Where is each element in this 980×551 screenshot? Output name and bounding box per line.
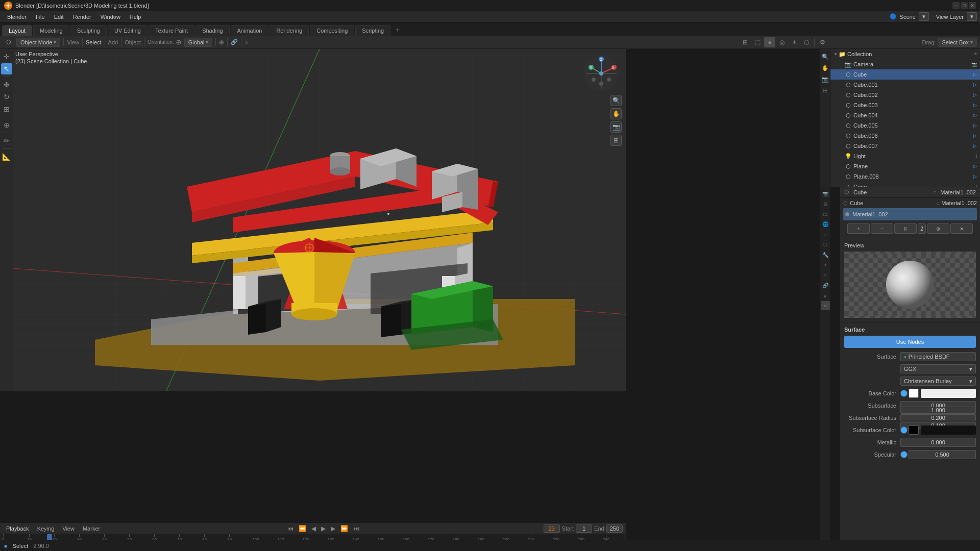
vp-pan[interactable]: ✋ — [821, 63, 830, 72]
tl-prev-key[interactable]: ◀ — [310, 524, 317, 533]
props-particles-icon[interactable]: ✦ — [821, 260, 830, 269]
view-icon-settings[interactable]: ⚙ — [817, 37, 828, 47]
zoom-in-btn[interactable]: 🔍 — [610, 95, 622, 106]
tree-item-cube005[interactable]: ⬡ Cube.005 ▷ — [830, 120, 980, 131]
tl-tab-marker[interactable]: Marker — [80, 524, 103, 533]
tl-play[interactable]: ▶ — [320, 524, 327, 533]
add-workspace-button[interactable]: + — [391, 23, 404, 36]
tree-item-collection[interactable]: ▾ 📁 Collection 👁 — [830, 49, 980, 59]
tl-next-key[interactable]: ▶ — [329, 524, 337, 533]
cursor-tool[interactable]: ✛ — [1, 51, 12, 62]
select-btn[interactable]: Select — [86, 39, 102, 45]
tl-tab-playback[interactable]: Playback — [3, 524, 32, 533]
move-tool[interactable]: ✤ — [1, 79, 12, 90]
props-view-layer-icon[interactable]: 🗂 — [821, 209, 830, 218]
mat-copy-btn[interactable]: ⎘ — [894, 223, 917, 234]
props-material-icon[interactable]: ○ — [821, 301, 830, 310]
tree-item-cube004[interactable]: ⬡ Cube.004 ▷ — [830, 110, 980, 120]
current-frame-display[interactable]: 23 — [544, 524, 560, 533]
tree-item-camera[interactable]: 📷 Camera 📷 — [830, 59, 980, 69]
use-nodes-button[interactable]: Use Nodes — [844, 336, 976, 348]
view-shading-solid[interactable]: ● — [764, 37, 775, 47]
vis-btn-collection[interactable]: 👁 — [973, 52, 978, 57]
annotate-tool[interactable]: ✏ — [1, 135, 12, 146]
tab-texture-paint[interactable]: Texture Paint — [149, 25, 194, 36]
navigation-gizmo[interactable]: X Y Z — [581, 53, 622, 94]
minimize-button[interactable]: ─ — [952, 2, 960, 9]
tab-shading[interactable]: Shading — [195, 25, 229, 36]
tl-tab-view[interactable]: View — [59, 524, 78, 533]
object-btn[interactable]: Object — [125, 39, 141, 45]
tab-compositing[interactable]: Compositing — [310, 25, 354, 36]
tab-uv-editing[interactable]: UV Editing — [108, 25, 148, 36]
mat-count-field[interactable]: 2 — [918, 223, 926, 234]
grid-toggle-btn[interactable]: ⊞ — [610, 135, 622, 146]
tree-item-cube003[interactable]: ⬡ Cube.003 ▷ — [830, 100, 980, 110]
vp-camera[interactable]: 📷 — [821, 74, 830, 84]
menu-window[interactable]: Window — [96, 13, 125, 21]
tree-item-cube006[interactable]: ⬡ Cube.006 ▷ — [830, 131, 980, 141]
orientation-dropdown[interactable]: Global — [184, 38, 213, 47]
props-render-icon[interactable]: 📷 — [821, 189, 830, 198]
props-object-icon[interactable]: ⬡ — [821, 240, 830, 249]
tree-item-cube001[interactable]: ⬡ Cube.001 ▷ — [830, 80, 980, 90]
scene-dropdown-btn[interactable]: ▾ — [919, 12, 929, 21]
tab-sculpting[interactable]: Sculpting — [70, 25, 107, 36]
props-scene-icon[interactable]: 🌐 — [821, 219, 830, 229]
tree-item-plane[interactable]: ⬡ Plane ▷ — [830, 161, 980, 171]
menu-help[interactable]: Help — [126, 13, 145, 21]
tab-animation[interactable]: Animation — [231, 25, 269, 36]
view-btn[interactable]: View — [67, 39, 79, 45]
props-output-icon[interactable]: 🖥 — [821, 199, 830, 208]
pan-btn[interactable]: ✋ — [610, 108, 622, 119]
tree-item-cube002[interactable]: ⬡ Cube.002 ▷ — [830, 90, 980, 100]
tl-next-frame[interactable]: ⏩ — [339, 524, 350, 533]
tl-end-val[interactable]: 250 — [606, 524, 623, 533]
mat-remove-btn[interactable]: − — [871, 223, 893, 234]
base-color-gradient[interactable] — [921, 389, 976, 398]
proportional-icon[interactable]: ○ — [244, 39, 248, 45]
tab-scripting[interactable]: Scripting — [355, 25, 390, 36]
menu-render[interactable]: Render — [69, 13, 95, 21]
tl-jump-start[interactable]: ⏮ — [286, 524, 295, 533]
tree-item-light[interactable]: 💡 Light ℹ — [830, 151, 980, 161]
drag-dropdown[interactable]: Select Box — [938, 38, 977, 47]
subsurface-g[interactable]: 0.200 — [900, 414, 976, 421]
view-shading-rendered[interactable]: ☀ — [789, 37, 800, 47]
subsurface-r[interactable]: 1.000 — [900, 407, 976, 414]
tree-item-cube007[interactable]: ⬡ Cube.007 ▷ — [830, 141, 980, 151]
tab-modeling[interactable]: Modeling — [33, 25, 69, 36]
view-icon-overlay[interactable]: ⊞ — [740, 37, 751, 47]
props-physics-icon[interactable]: ⚛ — [821, 270, 830, 280]
props-world-icon[interactable]: ○ — [821, 230, 830, 239]
menu-file[interactable]: File — [32, 13, 49, 21]
props-modifier-icon[interactable]: 🔧 — [821, 250, 830, 259]
tl-prev-frame[interactable]: ⏪ — [297, 524, 308, 533]
viewport-3d[interactable]: User Perspective (23) Scene Collection |… — [13, 49, 626, 391]
add-btn[interactable]: Add — [108, 39, 118, 45]
snap-icon[interactable]: 🔗 — [231, 39, 238, 45]
tl-tab-keying[interactable]: Keying — [34, 524, 58, 533]
view-layer-dropdown-btn[interactable]: ▾ — [967, 12, 977, 21]
tree-item-cube[interactable]: ⬡ Cube ▷ — [830, 69, 980, 80]
mat-browse-btn[interactable]: ⊕ — [927, 223, 949, 234]
view-icon-xray[interactable]: ⬚ — [752, 37, 763, 47]
specular-value[interactable]: 0.500 — [909, 450, 976, 459]
props-object-data-icon[interactable]: ▲ — [821, 291, 830, 300]
select-tool[interactable]: ↖ — [1, 63, 12, 74]
scale-tool[interactable]: ⊞ — [1, 104, 12, 115]
rotate-tool[interactable]: ↻ — [1, 91, 12, 103]
menu-edit[interactable]: Edit — [50, 13, 68, 21]
ggx-dropdown[interactable]: GGX ▾ — [900, 364, 976, 373]
close-button[interactable]: ✕ — [969, 2, 976, 9]
camera-view-btn[interactable]: 📷 — [610, 121, 622, 133]
mat-x-btn[interactable]: ✕ — [950, 223, 973, 234]
subsurface-color-gradient[interactable] — [921, 425, 976, 435]
vp-zoom-in[interactable]: 🔍 — [821, 52, 830, 61]
christensen-dropdown[interactable]: Christensen-Burley ▾ — [900, 377, 976, 386]
tab-layout[interactable]: Layout — [2, 25, 32, 36]
object-mode-dropdown[interactable]: Object Mode — [16, 38, 60, 47]
menu-blender[interactable]: Blender — [3, 13, 31, 21]
tree-item-cone[interactable]: △ Cone ℹ — [830, 182, 980, 187]
mat-new-btn[interactable]: + — [847, 223, 870, 234]
